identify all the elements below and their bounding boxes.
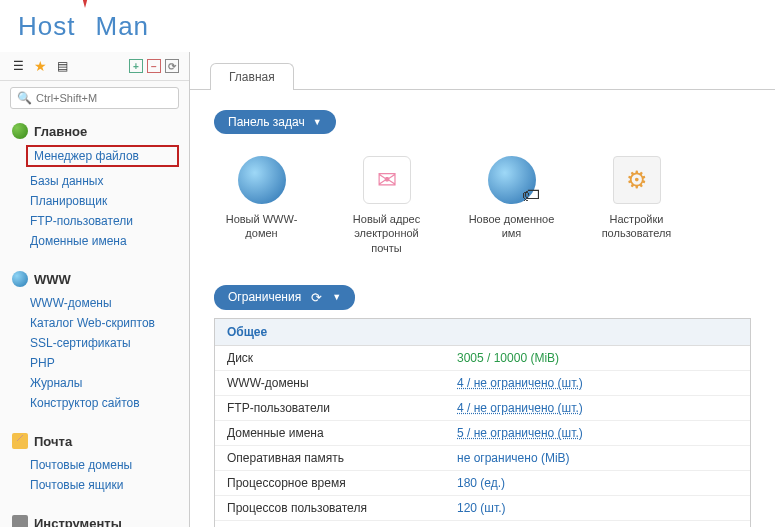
- limit-label: FTP-пользователи: [227, 401, 457, 415]
- section-www: WWW WWW-домены Каталог Web-скриптов SSL-…: [0, 267, 189, 419]
- section-tools: Инструменты Резервные копии: [0, 511, 189, 527]
- limit-value: 4 / не ограничено (шт.): [457, 376, 583, 390]
- limit-value: 3005 / 10000 (MiB): [457, 351, 559, 365]
- sidebar-item[interactable]: Доменные имена: [30, 231, 189, 251]
- limit-row: Процессорное время180 (ед.): [215, 471, 750, 496]
- expand-icon[interactable]: +: [129, 59, 143, 73]
- tabs: Главная: [190, 52, 775, 90]
- search-box[interactable]: 🔍: [10, 87, 179, 109]
- task-new-email[interactable]: Новый адрес электронной почты: [339, 156, 434, 255]
- favorite-icon[interactable]: ★: [32, 58, 48, 74]
- section-header-main[interactable]: Главное: [0, 119, 189, 143]
- limit-value: 180 (ед.): [457, 476, 505, 490]
- sidebar-item-file-manager[interactable]: Менеджер файлов: [34, 149, 139, 163]
- limit-label: Диск: [227, 351, 457, 365]
- refresh-icon[interactable]: ⟳: [165, 59, 179, 73]
- section-header-mail[interactable]: Почта: [0, 429, 189, 453]
- task-panel-button[interactable]: Панель задач ▼: [214, 110, 336, 134]
- limit-row: WWW-домены4 / не ограничено (шт.): [215, 371, 750, 396]
- limit-value: 120 (шт.): [457, 501, 505, 515]
- tools-icon: [12, 515, 28, 527]
- sidebar-item[interactable]: FTP-пользователи: [30, 211, 189, 231]
- sidebar-item[interactable]: PHP: [30, 353, 189, 373]
- section-main: Главное Менеджер файлов Базы данных План…: [0, 119, 189, 257]
- task-user-settings[interactable]: Настройки пользователя: [589, 156, 684, 255]
- sidebar-item[interactable]: SSL-сертификаты: [30, 333, 189, 353]
- sidebar-item[interactable]: Журналы: [30, 373, 189, 393]
- section-header-www[interactable]: WWW: [0, 267, 189, 291]
- section-header-tools[interactable]: Инструменты: [0, 511, 189, 527]
- highlighted-item: Менеджер файлов: [26, 145, 179, 167]
- gear-icon: [613, 156, 661, 204]
- logo-tie-icon: [78, 8, 92, 44]
- collapse-icon[interactable]: −: [147, 59, 161, 73]
- limit-row: Диск3005 / 10000 (MiB): [215, 346, 750, 371]
- globe-icon: [12, 123, 28, 139]
- limits-subheader: Общее: [215, 319, 750, 346]
- envelope-icon: [363, 156, 411, 204]
- limit-value: не ограничено (MiB): [457, 451, 570, 465]
- limit-row: Оперативная памятьне ограничено (MiB): [215, 446, 750, 471]
- chevron-down-icon[interactable]: ▼: [332, 292, 341, 302]
- section-mail: Почта Почтовые домены Почтовые ящики: [0, 429, 189, 501]
- logo: Host Man: [0, 0, 775, 52]
- note-icon[interactable]: ▤: [54, 58, 70, 74]
- sidebar-toolbar: ☰ ★ ▤ + − ⟳: [0, 52, 189, 81]
- limit-row: FTP-пользователи4 / не ограничено (шт.): [215, 396, 750, 421]
- limit-label: Доменные имена: [227, 426, 457, 440]
- logo-left: Host: [18, 11, 75, 42]
- limit-label: Оперативная память: [227, 451, 457, 465]
- limit-label: Процессорное время: [227, 476, 457, 490]
- refresh-icon[interactable]: ⟳: [311, 290, 322, 305]
- sidebar: ☰ ★ ▤ + − ⟳ 🔍 Главное Менеджер файлов Ба…: [0, 52, 190, 527]
- logo-right: Man: [95, 11, 149, 42]
- mail-icon: [12, 433, 28, 449]
- limit-value: 4 / не ограничено (шт.): [457, 401, 583, 415]
- sidebar-item[interactable]: Планировщик: [30, 191, 189, 211]
- sidebar-item[interactable]: Каталог Web-скриптов: [30, 313, 189, 333]
- limit-label: Процессов пользователя: [227, 501, 457, 515]
- sidebar-item[interactable]: Базы данных: [30, 171, 189, 191]
- task-new-domain[interactable]: Новое доменное имя: [464, 156, 559, 255]
- globe-icon: [238, 156, 286, 204]
- task-new-www[interactable]: Новый WWW-домен: [214, 156, 309, 255]
- sidebar-item[interactable]: WWW-домены: [30, 293, 189, 313]
- chevron-down-icon: ▼: [313, 117, 322, 127]
- limits-header: Ограничения ⟳ ▼: [214, 285, 355, 310]
- list-icon[interactable]: ☰: [10, 58, 26, 74]
- tab-main[interactable]: Главная: [210, 63, 294, 90]
- search-input[interactable]: [36, 92, 172, 104]
- limit-label: WWW-домены: [227, 376, 457, 390]
- task-grid: Новый WWW-домен Новый адрес электронной …: [214, 156, 751, 255]
- content: Главная Панель задач ▼ Новый WWW-домен Н…: [190, 52, 775, 527]
- limit-value: 5 / не ограничено (шт.): [457, 426, 583, 440]
- sidebar-item[interactable]: Почтовые ящики: [30, 475, 189, 495]
- limit-row: Процессов пользователя120 (шт.): [215, 496, 750, 521]
- limit-row: Доменные имена5 / не ограничено (шт.): [215, 421, 750, 446]
- world-icon: [12, 271, 28, 287]
- sidebar-item[interactable]: Конструктор сайтов: [30, 393, 189, 413]
- limit-row: Обработчиков Apache100 (для каждого WWW-…: [215, 521, 750, 527]
- limits-box: Общее Диск3005 / 10000 (MiB)WWW-домены4 …: [214, 318, 751, 527]
- sidebar-item[interactable]: Почтовые домены: [30, 455, 189, 475]
- domain-icon: [488, 156, 536, 204]
- search-icon: 🔍: [17, 91, 32, 105]
